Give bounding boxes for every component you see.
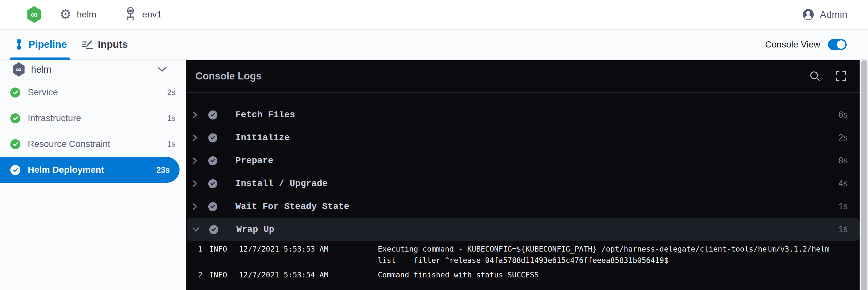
search-icon (809, 70, 821, 82)
stage-name-label: helm (31, 64, 51, 75)
success-check-icon (208, 110, 217, 120)
console-step-label: Wait For Steady State (236, 201, 349, 212)
sidebar-step-label: Infrastructure (28, 113, 81, 123)
tab-inputs-label: Inputs (98, 39, 128, 51)
scrollbar-thumb[interactable] (861, 60, 867, 290)
sidebar-step-label: Helm Deployment (28, 165, 104, 175)
chevron-right-icon (192, 180, 197, 187)
tabs-bar: Pipeline Inputs Console View (0, 30, 868, 60)
console-step-label: Install / Upgrade (236, 179, 328, 189)
console-step-row[interactable]: Fetch Files 6s (186, 103, 860, 126)
chevron-right-icon (192, 227, 199, 232)
log-entry: 1 INFO 12/7/2021 5:53:53 AM Executing co… (186, 244, 860, 266)
console-step-row[interactable]: Wait For Steady State 1s (186, 195, 860, 218)
fullscreen-button[interactable] (835, 70, 847, 82)
toggle-knob (837, 40, 845, 49)
search-button[interactable] (809, 70, 821, 82)
console-header: Console Logs (186, 60, 860, 93)
stage-header[interactable]: ∞ helm (0, 60, 186, 79)
avatar-icon (802, 9, 814, 20)
success-check-icon (10, 139, 20, 149)
inputs-icon (82, 39, 93, 50)
console-step-label: Wrap Up (237, 224, 275, 234)
success-check-icon (10, 165, 20, 175)
tab-pipeline-label: Pipeline (28, 39, 67, 51)
fullscreen-icon (835, 70, 847, 82)
sidebar-step-duration: 23s (156, 165, 170, 175)
app-window: ∞ ⚙ helm env1 Admin (0, 0, 868, 290)
console-actions (809, 70, 847, 82)
log-line-number: 1 (195, 244, 203, 255)
sidebar-step-row[interactable]: Service 2s (0, 79, 186, 105)
log-timestamp: 12/7/2021 5:53:53 AM (239, 244, 340, 255)
harness-logo-icon: ∞ (27, 6, 42, 23)
sidebar-step-row[interactable]: Resource Constraint 1s (0, 131, 186, 157)
log-message: Executing command - KUBECONFIG=${KUBECON… (378, 244, 830, 266)
console-logs-panel: Console Logs (186, 60, 860, 290)
main-area: ∞ helm Service 2s (0, 60, 868, 290)
chevron-right-icon (192, 134, 197, 141)
success-check-icon (208, 156, 217, 165)
sidebar-step-row[interactable]: Helm Deployment 23s (0, 157, 180, 183)
breadcrumb: ∞ ⚙ helm env1 (27, 6, 162, 23)
user-menu[interactable]: Admin (802, 9, 847, 20)
console-step-label: Initialize (236, 133, 290, 143)
log-lines: 1 INFO 12/7/2021 5:53:53 AM Executing co… (186, 244, 860, 284)
sidebar-step-duration: 1s (167, 139, 175, 149)
delegate-icon (124, 7, 137, 22)
console-step-duration: 1s (838, 201, 848, 212)
log-message: Command finished with status SUCCESS (378, 269, 539, 281)
sidebar-step-list: Service 2s Infrastructure 1s Resource Co… (0, 79, 186, 183)
chevron-down-icon (158, 67, 166, 72)
log-entry: 2 INFO 12/7/2021 5:53:54 AM Command fini… (186, 269, 860, 281)
chevron-right-icon (192, 157, 197, 164)
page-scrollbar[interactable] (860, 60, 868, 290)
console-step-row[interactable]: Wrap Up 1s (187, 218, 860, 241)
execution-sidebar: ∞ helm Service 2s (0, 60, 186, 290)
chevron-right-icon (192, 203, 197, 210)
success-check-icon (209, 225, 218, 234)
console-step-duration: 6s (838, 110, 848, 120)
success-check-icon (208, 133, 217, 142)
user-name-label: Admin (820, 9, 847, 20)
console-step-row[interactable]: Initialize 2s (186, 126, 860, 149)
environment-label[interactable]: env1 (142, 9, 162, 20)
sidebar-step-duration: 1s (167, 114, 175, 123)
success-check-icon (10, 88, 20, 98)
success-check-icon (208, 179, 217, 188)
success-check-icon (10, 114, 20, 123)
console-step-label: Prepare (236, 156, 274, 166)
top-bar: ∞ ⚙ helm env1 Admin (0, 0, 868, 30)
log-level: INFO (209, 244, 232, 255)
chevron-right-icon (192, 111, 197, 119)
log-timestamp: 12/7/2021 5:53:54 AM (239, 269, 340, 281)
console-step-label: Fetch Files (236, 110, 295, 120)
console-view-label: Console View (765, 39, 820, 50)
console-step-row[interactable]: Install / Upgrade 4s (186, 172, 860, 195)
project-label[interactable]: helm (77, 9, 97, 20)
pipeline-icon (14, 39, 24, 50)
sidebar-step-label: Service (28, 87, 58, 98)
log-level: INFO (209, 269, 232, 281)
console-view-control: Console View (765, 39, 847, 50)
sidebar-step-duration: 2s (167, 88, 175, 97)
sidebar-step-label: Resource Constraint (28, 139, 110, 149)
console-step-duration: 2s (838, 133, 848, 143)
tab-inputs[interactable]: Inputs (82, 30, 128, 59)
tab-pipeline[interactable]: Pipeline (14, 30, 67, 59)
console-step-duration: 8s (838, 156, 848, 166)
console-step-row[interactable]: Prepare 8s (186, 149, 860, 172)
console-title: Console Logs (195, 70, 261, 82)
console-step-list: Fetch Files 6s Initialize 2s (186, 93, 860, 241)
sidebar-step-row[interactable]: Infrastructure 1s (0, 105, 186, 131)
gear-icon: ⚙ (59, 8, 72, 21)
console-step-duration: 4s (838, 179, 848, 189)
stage-icon: ∞ (12, 62, 25, 76)
console-step-duration: 1s (838, 224, 848, 234)
success-check-icon (208, 202, 217, 211)
console-view-toggle[interactable] (828, 39, 847, 50)
log-line-number: 2 (195, 269, 203, 281)
